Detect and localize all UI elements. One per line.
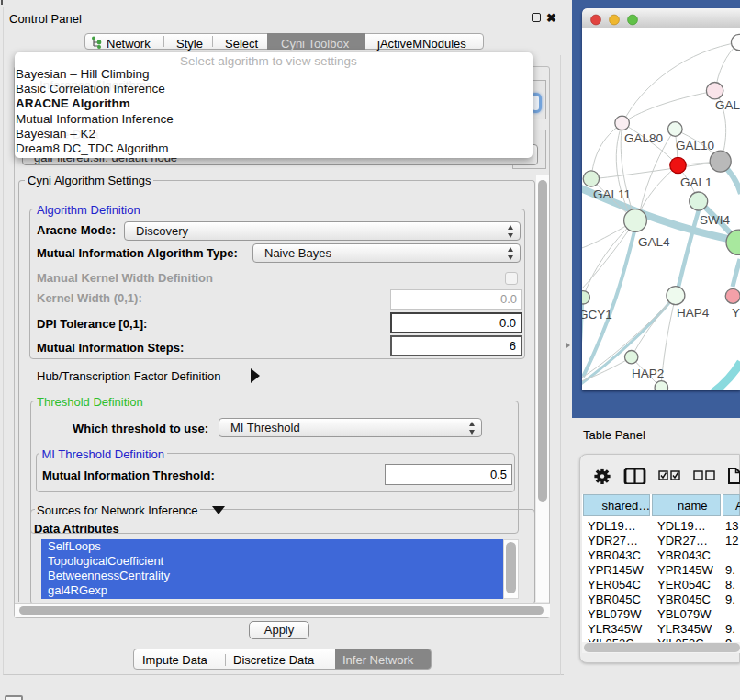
svg-text:GAL4: GAL4 <box>638 235 670 249</box>
svg-text:SWI4: SWI4 <box>700 213 730 227</box>
svg-text:GAL11: GAL11 <box>593 187 631 201</box>
svg-text:GAL80: GAL80 <box>624 131 663 145</box>
svg-text:GAL2: GAL2 <box>715 98 740 112</box>
svg-text:GAL1: GAL1 <box>680 175 712 189</box>
svg-text:HAP4: HAP4 <box>677 306 710 320</box>
svg-text:HAP2: HAP2 <box>632 367 664 380</box>
svg-text:GCY1: GCY1 <box>582 308 612 322</box>
svg-text:Y: Y <box>732 306 740 320</box>
svg-text:GAL10: GAL10 <box>676 139 714 152</box>
